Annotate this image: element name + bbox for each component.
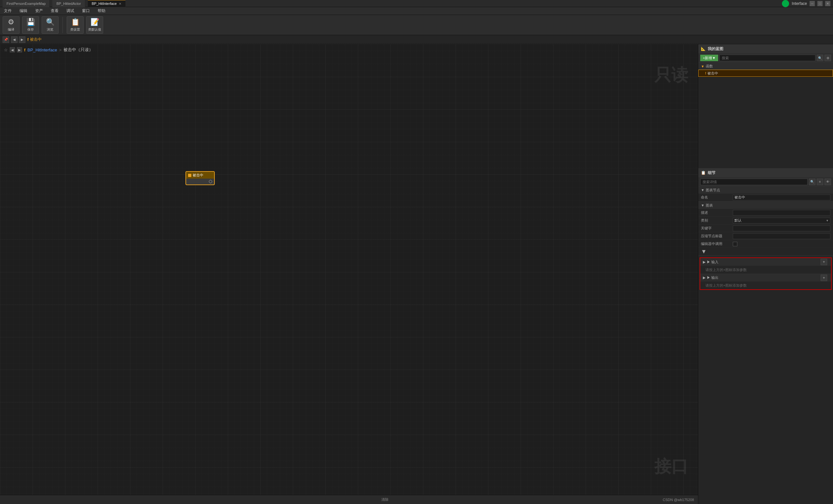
prop-desc-label: 描述 (701, 210, 730, 215)
status-bar: 清除 CSDN @wb175208 (0, 495, 698, 504)
my-blueprint-header: 📐 我的蓝图 (698, 44, 833, 53)
tab-firstperson[interactable]: FirstPersonExampleMap (3, 0, 50, 7)
details-header: 📋 细节 (698, 168, 833, 177)
function-icon: f (27, 38, 29, 42)
menu-window[interactable]: 窗口 (81, 7, 91, 14)
my-blueprint-toolbar: +新增▼ 🔍 ⚙ (698, 53, 833, 63)
bp-node-title: 被击中 (193, 173, 204, 178)
input-hint: 请按上方的+图标添加参数 (700, 266, 831, 274)
menu-view[interactable]: 查看 (49, 7, 60, 14)
minimize-button[interactable]: ─ (810, 1, 815, 6)
search-icon-btn[interactable]: 🔍 (817, 55, 823, 61)
panel-spacer (698, 77, 833, 168)
graph-node-header[interactable]: ▼ 图表节点 (698, 187, 833, 194)
class-defaults-button[interactable]: 📝 类默认值 (86, 16, 103, 34)
prop-compress-value[interactable] (733, 233, 830, 239)
details-list-btn[interactable]: ≡ (817, 178, 823, 185)
menu-debug[interactable]: 调试 (65, 7, 75, 14)
interface-indicator (782, 0, 789, 7)
main-layout: ☆ ◀ ▶ f BP_HitInterface > 被击中（只读） 只读 接口 … (0, 44, 833, 504)
prop-keyword-value[interactable] (733, 225, 830, 231)
title-bar-tabs: FirstPersonExampleMap BP_HittedActor BP_… (3, 0, 126, 7)
tab-close-icon[interactable]: ✕ (119, 2, 121, 5)
node-output-pin[interactable] (209, 180, 212, 183)
function-name: 被击中 (30, 37, 42, 42)
prop-row-category: 类别 默认 ▼ (698, 217, 833, 224)
my-blueprint-search[interactable] (719, 55, 815, 61)
save-icon: 💾 (26, 18, 35, 26)
prop-desc-value[interactable] (733, 210, 830, 216)
input-add-button[interactable]: + (820, 259, 827, 265)
details-eye-btn[interactable]: 👁 (825, 178, 831, 185)
function-pin-button[interactable]: 📌 (3, 37, 9, 43)
browse-button[interactable]: 🔍 浏览 (42, 16, 58, 34)
compile-button[interactable]: ⚙ 编译 (3, 16, 20, 34)
menu-edit[interactable]: 编辑 (18, 7, 29, 14)
canvas-background (0, 44, 698, 504)
right-panel: 📐 我的蓝图 +新增▼ 🔍 ⚙ ▼ 函数 f 被击中 (698, 44, 833, 504)
view-options-btn[interactable]: ⚙ (825, 55, 831, 61)
functions-section-header[interactable]: ▼ 函数 (698, 63, 833, 70)
maximize-button[interactable]: □ (817, 1, 823, 6)
bp-node-icon (188, 174, 191, 177)
blueprint-canvas[interactable]: ☆ ◀ ▶ f BP_HitInterface > 被击中（只读） 只读 接口 … (0, 44, 698, 504)
menu-assets[interactable]: 资产 (34, 7, 44, 14)
details-icon: 📋 (701, 170, 706, 175)
io-panel: ▶ ▶ 输入 + 请按上方的+图标添加参数 ▶ ▶ 输出 + 请按上方的+图标添… (699, 257, 832, 290)
menu-help[interactable]: 帮助 (96, 7, 107, 14)
prop-row-compress: 压缩节点标题 (698, 232, 833, 240)
functions-label: 函数 (706, 64, 713, 69)
function-item-bejihong[interactable]: f 被击中 (698, 70, 833, 77)
prop-category-label: 类别 (701, 218, 730, 223)
details-title: 细节 (708, 170, 716, 176)
nav-forward-icon[interactable]: ▶ (17, 47, 22, 52)
class-defaults-label: 类默认值 (88, 27, 101, 32)
menu-file[interactable]: 文件 (3, 7, 13, 14)
graph-node-label: 图表节点 (706, 188, 720, 193)
prop-category-value[interactable]: 默认 ▼ (733, 218, 830, 223)
nav-back-icon[interactable]: ◀ (10, 47, 15, 52)
toolbar-separator (63, 17, 63, 33)
prop-compress-label: 压缩节点标题 (701, 234, 730, 239)
details-panel: 📋 细节 🔍 ≡ 👁 ▼ 图表节点 命名 被击中 (698, 168, 833, 504)
save-button[interactable]: 💾 保存 (22, 16, 39, 34)
graph-header[interactable]: ▼ 图表 (698, 202, 833, 209)
prop-row-expand: ▼ (698, 248, 833, 256)
tab-hitinterface[interactable]: BP_HitInterface ✕ (88, 0, 126, 7)
output-label: ▶ 输出 (707, 275, 718, 280)
output-hint-text: 请按上方的+图标添加参数 (706, 283, 747, 288)
my-blueprint-title: 我的蓝图 (708, 46, 723, 52)
title-bar-right: Interface ─ □ ✕ (782, 0, 830, 7)
input-label: ▶ 输入 (707, 260, 718, 265)
nav-forward-button[interactable]: ▶ (19, 37, 25, 43)
browse-label: 浏览 (47, 27, 53, 32)
browse-icon: 🔍 (46, 18, 55, 26)
prop-row-keyword: 关键字 (698, 224, 833, 232)
expand-more-icon[interactable]: ▼ (701, 248, 707, 255)
interface-label: Interface (792, 1, 807, 6)
compile-icon: ⚙ (8, 18, 14, 26)
function-bar: 📌 ◀ ▶ f 被击中 (0, 35, 833, 44)
prop-row-name: 命名 被击中 (698, 194, 833, 201)
details-search-btn[interactable]: 🔍 (809, 178, 815, 185)
prop-editor-call-checkbox[interactable] (733, 242, 737, 246)
close-button[interactable]: ✕ (825, 1, 830, 6)
details-search[interactable] (700, 178, 808, 185)
output-hint: 请按上方的+图标添加参数 (700, 282, 831, 289)
blueprint-node[interactable]: 被击中 (186, 171, 215, 185)
tab-hitinterface-label: BP_HitInterface (92, 2, 117, 5)
dropdown-arrow-icon: ▼ (826, 219, 829, 222)
breadcrumb-parent[interactable]: BP_HitInterface (27, 48, 57, 52)
prop-editor-call-label: 编辑器中调用 (701, 241, 730, 246)
add-new-button[interactable]: +新增▼ (700, 55, 718, 61)
input-section-header: ▶ ▶ 输入 + (700, 258, 831, 266)
class-settings-button[interactable]: 📋 类设置 (67, 16, 84, 34)
breadcrumb-star[interactable]: ☆ (4, 48, 8, 52)
functions-expand-icon: ▼ (701, 65, 705, 68)
bp-node-header: 被击中 (186, 172, 214, 178)
prop-name-value[interactable]: 被击中 (733, 195, 830, 200)
output-add-button[interactable]: + (820, 274, 827, 281)
tab-hittedactor[interactable]: BP_HittedActor (52, 0, 85, 7)
nav-back-button[interactable]: ◀ (11, 37, 18, 43)
details-toolbar: 🔍 ≡ 👁 (698, 177, 833, 187)
